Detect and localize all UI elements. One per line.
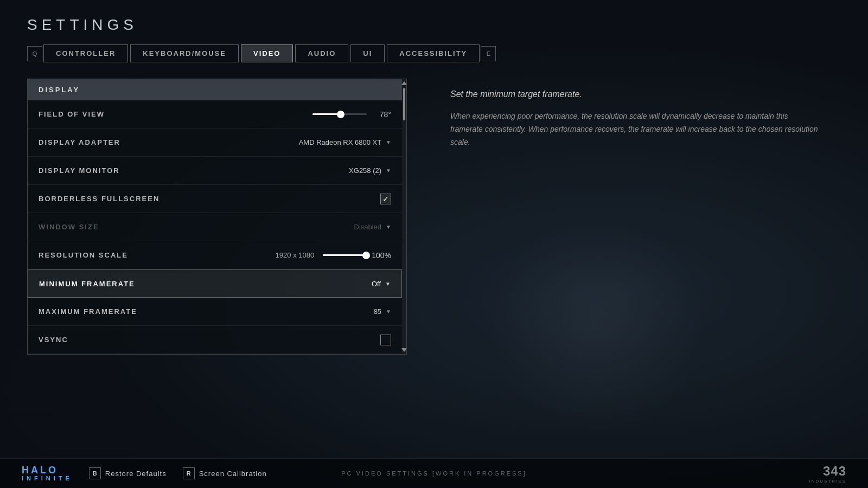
min-framerate-label: MINIMUM FRAMERATE xyxy=(39,280,135,288)
display-monitor-value: XG258 (2) xyxy=(349,166,381,175)
fov-label: FIELD OF VIEW xyxy=(39,110,105,118)
max-framerate-label: MAXIMUM FRAMERATE xyxy=(39,307,137,316)
tabs-navigation: Q CONTROLLER KEYBOARD/MOUSE VIDEO AUDIO … xyxy=(27,44,841,62)
scrollbar[interactable] xyxy=(402,79,406,354)
setting-row-window-size: WINDOW SIZE Disabled ▼ xyxy=(28,213,402,241)
resolution-scale-label: RESOLUTION SCALE xyxy=(39,251,128,259)
max-framerate-arrow: ▼ xyxy=(386,309,391,314)
vsync-label: VSYNC xyxy=(39,336,68,344)
info-detail: When experiencing poor performance, the … xyxy=(450,110,819,149)
window-size-label: WINDOW SIZE xyxy=(39,223,99,231)
display-adapter-dropdown[interactable]: AMD Radeon RX 6800 XT ▼ xyxy=(299,138,391,146)
display-adapter-arrow: ▼ xyxy=(386,139,391,145)
setting-row-borderless: BORDERLESS FULLSCREEN ✓ xyxy=(28,185,402,213)
tab-audio[interactable]: AUDIO xyxy=(295,44,348,62)
settings-panel: DISPLAY FIELD OF VIEW 78° xyxy=(27,79,407,447)
settings-items: DISPLAY FIELD OF VIEW 78° xyxy=(28,79,402,354)
max-framerate-dropdown[interactable]: 85 ▼ xyxy=(374,307,391,316)
window-size-arrow: ▼ xyxy=(386,224,391,230)
vsync-checkbox[interactable] xyxy=(380,335,391,345)
resolution-slider-track[interactable] xyxy=(323,254,366,256)
window-size-value: Disabled xyxy=(354,223,382,231)
setting-row-display-adapter: DISPLAY ADAPTER AMD Radeon RX 6800 XT ▼ xyxy=(28,129,402,157)
page-title: SETTINGS xyxy=(27,16,841,34)
fov-slider-track[interactable] xyxy=(312,113,367,115)
borderless-checkbox[interactable]: ✓ xyxy=(380,194,391,204)
resolution-slider-thumb[interactable] xyxy=(362,252,370,259)
min-framerate-arrow: ▼ xyxy=(385,281,391,287)
setting-row-min-framerate[interactable]: MINIMUM FRAMERATE Off ▼ xyxy=(28,269,402,298)
display-monitor-arrow: ▼ xyxy=(386,168,391,174)
tab-keyboard-mouse[interactable]: KEYBOARD/MOUSE xyxy=(130,44,239,62)
setting-row-display-monitor: DISPLAY MONITOR XG258 (2) ▼ xyxy=(28,157,402,185)
info-headline: Set the minimum target framerate. xyxy=(450,89,819,99)
resolution-scale-resolution: 1920 x 1080 xyxy=(276,251,315,259)
scroll-up-arrow[interactable] xyxy=(401,81,407,85)
resolution-scale-control[interactable]: 1920 x 1080 100% xyxy=(276,251,391,260)
tab-ui[interactable]: UI xyxy=(350,44,385,62)
fov-value: 78° xyxy=(372,110,391,119)
window-size-dropdown: Disabled ▼ xyxy=(354,223,392,231)
tab-key-left: Q xyxy=(27,46,42,61)
display-monitor-dropdown[interactable]: XG258 (2) ▼ xyxy=(349,166,391,175)
tab-key-right: E xyxy=(481,46,496,61)
scroll-thumb[interactable] xyxy=(403,88,405,120)
display-adapter-label: DISPLAY ADAPTER xyxy=(39,138,120,146)
setting-row-fov: FIELD OF VIEW 78° xyxy=(28,100,402,129)
setting-row-max-framerate: MAXIMUM FRAMERATE 85 ▼ xyxy=(28,298,402,326)
display-monitor-label: DISPLAY MONITOR xyxy=(39,166,120,175)
resolution-slider-fill xyxy=(323,254,366,256)
fov-slider-thumb[interactable] xyxy=(337,111,344,118)
scroll-down-arrow[interactable] xyxy=(401,348,407,352)
info-panel: Set the minimum target framerate. When e… xyxy=(429,79,841,447)
borderless-checkmark: ✓ xyxy=(382,195,389,203)
min-framerate-value: Off xyxy=(372,280,381,288)
max-framerate-value: 85 xyxy=(374,307,381,316)
setting-row-resolution-scale: RESOLUTION SCALE 1920 x 1080 100% xyxy=(28,241,402,269)
setting-row-vsync: VSYNC xyxy=(28,326,402,354)
settings-list: DISPLAY FIELD OF VIEW 78° xyxy=(27,79,407,355)
tab-video[interactable]: VIDEO xyxy=(241,44,293,62)
tab-controller[interactable]: CONTROLLER xyxy=(43,44,128,62)
content-area: DISPLAY FIELD OF VIEW 78° xyxy=(27,79,841,447)
min-framerate-dropdown[interactable]: Off ▼ xyxy=(372,280,391,288)
tab-accessibility[interactable]: ACCESSIBILITY xyxy=(387,44,480,62)
section-display-header: DISPLAY xyxy=(28,79,402,100)
display-adapter-value: AMD Radeon RX 6800 XT xyxy=(299,138,381,146)
resolution-scale-value: 100% xyxy=(372,251,391,260)
borderless-label: BORDERLESS FULLSCREEN xyxy=(39,195,159,203)
fov-control[interactable]: 78° xyxy=(312,110,391,119)
